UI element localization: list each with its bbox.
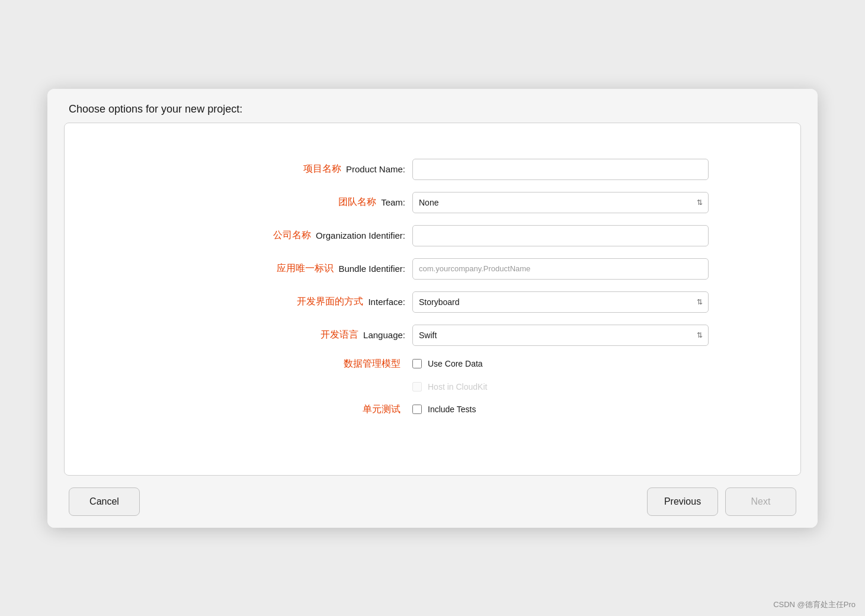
org-id-control <box>412 225 709 246</box>
team-label-group: 团队名称 Team: <box>156 196 405 208</box>
product-name-input[interactable] <box>412 159 709 180</box>
use-core-data-checkbox[interactable] <box>412 359 422 368</box>
core-data-row: 数据管理模型 Use Core Data <box>65 358 800 370</box>
bundle-id-chinese-label: 应用唯一标识 <box>277 262 334 275</box>
cancel-button[interactable]: Cancel <box>69 487 140 516</box>
main-window: Choose options for your new project: 项目名… <box>47 89 818 528</box>
page-title: Choose options for your new project: <box>69 103 242 115</box>
include-tests-checkbox[interactable] <box>412 405 422 414</box>
cloudkit-row: Host in CloudKit <box>65 382 800 392</box>
interface-select-wrapper: Storyboard SwiftUI ⇅ <box>412 291 709 313</box>
use-core-data-label: Use Core Data <box>428 359 483 368</box>
language-control: Swift Objective-C ⇅ <box>412 325 709 346</box>
org-id-row: 公司名称 Organization Identifier: <box>65 225 800 246</box>
watermark: CSDN @德育处主任Pro <box>773 599 856 610</box>
interface-english-label: Interface: <box>368 297 405 307</box>
tests-chinese-label: 单元测试 <box>363 403 401 416</box>
org-id-english-label: Organization Identifier: <box>316 230 405 240</box>
core-data-label-group: 数据管理模型 <box>156 358 405 370</box>
team-chinese-label: 团队名称 <box>338 196 376 208</box>
interface-control: Storyboard SwiftUI ⇅ <box>412 291 709 313</box>
form-area: 项目名称 Product Name: 团队名称 Team: None ⇅ <box>64 123 801 476</box>
bundle-id-english-label: Bundle Identifier: <box>338 264 405 274</box>
use-core-data-row: Use Core Data <box>412 359 709 368</box>
core-data-chinese-label: 数据管理模型 <box>344 358 401 370</box>
tests-label-group: 单元测试 <box>156 403 405 416</box>
org-id-input[interactable] <box>412 225 709 246</box>
language-english-label: Language: <box>363 330 405 340</box>
product-name-chinese-label: 项目名称 <box>303 163 341 175</box>
footer-right: Previous Next <box>647 487 796 516</box>
team-select-wrapper: None ⇅ <box>412 192 709 213</box>
product-name-label-group: 项目名称 Product Name: <box>156 163 405 175</box>
product-name-row: 项目名称 Product Name: <box>65 159 800 180</box>
language-chinese-label: 开发语言 <box>321 329 358 341</box>
previous-button[interactable]: Previous <box>647 487 718 516</box>
team-row: 团队名称 Team: None ⇅ <box>65 192 800 213</box>
host-cloudkit-label: Host in CloudKit <box>428 382 487 392</box>
team-select[interactable]: None <box>412 192 709 213</box>
language-label-group: 开发语言 Language: <box>156 329 405 341</box>
product-name-english-label: Product Name: <box>346 164 405 174</box>
org-id-chinese-label: 公司名称 <box>273 229 311 242</box>
interface-label-group: 开发界面的方式 Interface: <box>156 296 405 308</box>
footer: Cancel Previous Next <box>47 476 818 528</box>
interface-row: 开发界面的方式 Interface: Storyboard SwiftUI ⇅ <box>65 291 800 313</box>
host-cloudkit-checkbox[interactable] <box>412 382 422 392</box>
bundle-id-row: 应用唯一标识 Bundle Identifier: com.yourcompan… <box>65 258 800 280</box>
team-english-label: Team: <box>381 197 405 207</box>
product-name-control <box>412 159 709 180</box>
interface-chinese-label: 开发界面的方式 <box>297 296 363 308</box>
core-data-control: Use Core Data <box>412 359 709 368</box>
include-tests-label: Include Tests <box>428 405 476 414</box>
bundle-id-label-group: 应用唯一标识 Bundle Identifier: <box>156 262 405 275</box>
language-select-wrapper: Swift Objective-C ⇅ <box>412 325 709 346</box>
include-tests-row: Include Tests <box>412 405 709 414</box>
host-cloudkit-row: Host in CloudKit <box>412 382 709 392</box>
next-button: Next <box>725 487 796 516</box>
team-control: None ⇅ <box>412 192 709 213</box>
interface-select[interactable]: Storyboard SwiftUI <box>412 291 709 313</box>
page-header: Choose options for your new project: <box>47 89 818 123</box>
tests-control: Include Tests <box>412 405 709 414</box>
language-select[interactable]: Swift Objective-C <box>412 325 709 346</box>
tests-row: 单元测试 Include Tests <box>65 403 800 416</box>
org-id-label-group: 公司名称 Organization Identifier: <box>156 229 405 242</box>
bundle-id-control: com.yourcompany.ProductName <box>412 258 709 280</box>
cloudkit-control: Host in CloudKit <box>412 382 709 392</box>
bundle-id-readonly: com.yourcompany.ProductName <box>412 258 709 280</box>
bundle-id-value: com.yourcompany.ProductName <box>419 264 530 273</box>
language-row: 开发语言 Language: Swift Objective-C ⇅ <box>65 325 800 346</box>
